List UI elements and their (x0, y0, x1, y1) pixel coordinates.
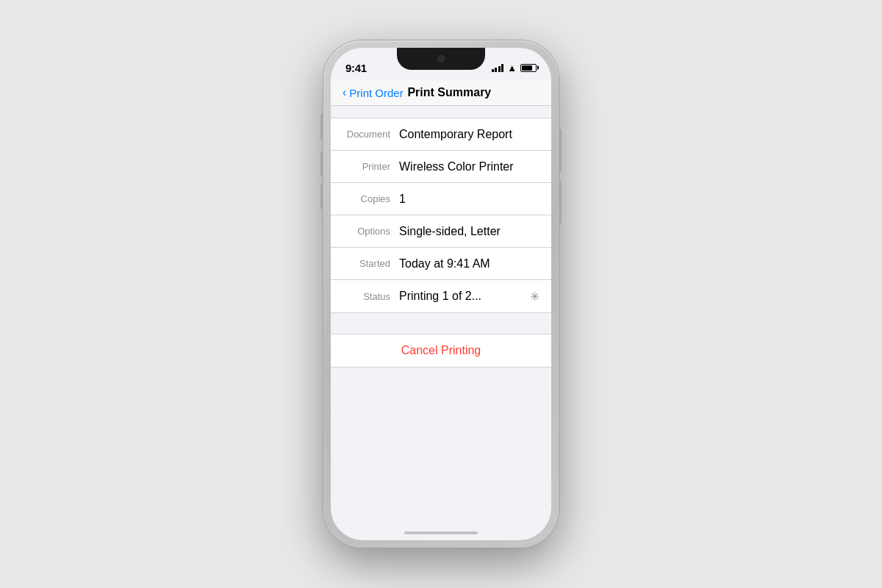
chevron-left-icon: ‹ (343, 86, 346, 99)
home-indicator (404, 531, 478, 534)
battery-icon (520, 64, 537, 72)
document-value: Contemporary Report (399, 128, 539, 141)
cancel-section: Cancel Printing (331, 334, 551, 368)
notch (397, 48, 485, 70)
camera (437, 55, 445, 62)
phone-screen: 9:41 ▲ ‹ Print Order Print Summary (331, 48, 551, 540)
printer-label: Printer (343, 161, 390, 172)
printer-row: Printer Wireless Color Printer (331, 151, 551, 183)
printer-value: Wireless Color Printer (399, 160, 539, 173)
options-label: Options (343, 226, 390, 237)
status-value: Printing 1 of 2... (399, 290, 530, 303)
copies-label: Copies (343, 193, 390, 204)
info-table: Document Contemporary Report Printer Wir… (331, 118, 551, 313)
page-title: Print Summary (359, 86, 539, 99)
content-area: Document Contemporary Report Printer Wir… (331, 118, 551, 368)
phone-frame: 9:41 ▲ ‹ Print Order Print Summary (323, 40, 559, 548)
status-icons: ▲ (492, 62, 537, 74)
copies-row: Copies 1 (331, 183, 551, 215)
status-row: Status Printing 1 of 2... ✳ (331, 280, 551, 312)
document-label: Document (343, 129, 390, 140)
options-row: Options Single-sided, Letter (331, 215, 551, 248)
signal-icon (492, 63, 504, 72)
document-row: Document Contemporary Report (331, 118, 551, 151)
cancel-printing-button[interactable]: Cancel Printing (331, 334, 551, 367)
copies-value: 1 (399, 193, 539, 206)
wifi-icon: ▲ (507, 62, 517, 74)
status-time: 9:41 (345, 62, 367, 74)
started-label: Started (343, 258, 390, 269)
options-value: Single-sided, Letter (399, 225, 539, 238)
started-row: Started Today at 9:41 AM (331, 248, 551, 280)
started-value: Today at 9:41 AM (399, 257, 539, 270)
status-label: Status (343, 291, 390, 302)
navigation-bar: ‹ Print Order Print Summary (331, 80, 551, 106)
loading-spinner: ✳ (530, 290, 539, 304)
